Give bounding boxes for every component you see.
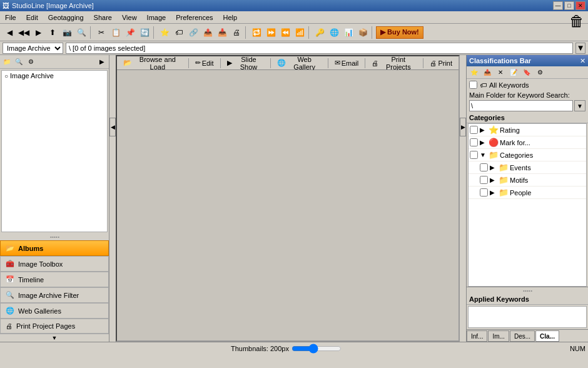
tb-btn-2[interactable]: ◀◀ xyxy=(17,26,31,39)
cat-expand-events[interactable]: ▶ xyxy=(490,164,497,171)
archive-selector[interactable]: Image Archive xyxy=(3,43,63,54)
tb-btn-3[interactable]: ▶ xyxy=(31,26,45,39)
menu-geotagging[interactable]: Geotagging xyxy=(43,13,89,23)
resize-handle[interactable]: • • • • • xyxy=(0,233,109,240)
title-bar-controls[interactable]: — □ ✕ xyxy=(553,1,585,10)
nav-filter-icon: 🔍 xyxy=(6,291,14,299)
cat-checkbox-mark[interactable] xyxy=(470,138,478,146)
thumbnail-size-slider[interactable] xyxy=(291,344,342,353)
folder-search-input[interactable] xyxy=(469,100,573,111)
nav-print-project-pages-button[interactable]: 🖨 Print Project Pages xyxy=(0,319,109,334)
right-collapse-arrow[interactable]: ▶ xyxy=(460,118,466,136)
menu-view[interactable]: View xyxy=(117,13,142,23)
nav-timeline-button[interactable]: 📅 Timeline xyxy=(0,272,109,287)
cat-expand-people[interactable]: ▶ xyxy=(490,189,497,196)
tb-btn-10[interactable]: 🔄 xyxy=(138,26,151,39)
cat-row-people[interactable]: ▶ 📁 People xyxy=(469,187,586,199)
tb-btn-16[interactable]: 🖨 xyxy=(230,26,243,39)
album-search-btn[interactable]: 🔍 xyxy=(13,56,24,68)
class-tb-btn-3[interactable]: ✕ xyxy=(494,67,507,78)
slideshow-button[interactable]: ▶ Slide Show xyxy=(223,58,268,69)
tb-btn-24[interactable]: 📦 xyxy=(356,26,370,39)
left-panel-scroll-down[interactable]: ▼ xyxy=(0,334,109,342)
path-input[interactable] xyxy=(66,43,573,54)
maximize-button[interactable]: □ xyxy=(564,1,574,10)
cat-row-categories[interactable]: ▼ 📁 Categories xyxy=(469,149,586,161)
cat-expand-rating[interactable]: ▶ xyxy=(480,126,487,133)
edit-button[interactable]: ✏ Edit xyxy=(191,58,218,69)
bottom-tab-desc[interactable]: Des... xyxy=(510,330,535,342)
tb-btn-8[interactable]: 📋 xyxy=(109,26,123,39)
cat-expand-motifs[interactable]: ▶ xyxy=(490,176,497,183)
tb-btn-6[interactable]: 🔍 xyxy=(74,26,88,39)
tb-btn-12[interactable]: 🏷 xyxy=(172,26,186,39)
email-button[interactable]: ✉ Email xyxy=(331,58,363,69)
email-label: Email xyxy=(342,59,359,67)
tb-btn-14[interactable]: 📤 xyxy=(201,26,215,39)
class-tb-btn-1[interactable]: ⭐ xyxy=(468,67,480,78)
path-dropdown-button[interactable]: ▼ xyxy=(575,43,585,54)
toolbar-sep-3 xyxy=(245,26,248,39)
album-new-btn[interactable]: 📁 xyxy=(1,56,13,68)
nav-image-archive-filter-button[interactable]: 🔍 Image Archive Filter xyxy=(0,287,109,303)
tb-btn-7[interactable]: ✂ xyxy=(94,26,108,39)
web-gallery-button[interactable]: 🌐 Web Gallery xyxy=(273,58,325,69)
tb-btn-4[interactable]: ⬆ xyxy=(46,26,59,39)
nav-web-galleries-button[interactable]: 🌐 Web Galleries xyxy=(0,303,109,319)
tb-btn-9[interactable]: 📌 xyxy=(123,26,137,39)
menu-share[interactable]: Share xyxy=(89,13,117,23)
all-keywords-checkbox[interactable] xyxy=(469,81,477,89)
cat-checkbox-rating[interactable] xyxy=(470,126,478,134)
cat-row-events[interactable]: ▶ 📁 Events xyxy=(469,161,586,174)
cat-checkbox-events[interactable] xyxy=(480,163,488,171)
tb-btn-15[interactable]: 📥 xyxy=(215,26,229,39)
album-expand-btn[interactable]: ▶ xyxy=(96,56,108,68)
browse-load-button[interactable]: 📂 Browse and Load xyxy=(119,58,186,69)
tb-btn-22[interactable]: 🌐 xyxy=(327,26,341,39)
cat-checkbox-categories[interactable] xyxy=(470,151,478,159)
nav-image-toolbox-button[interactable]: 🧰 Image Toolbox xyxy=(0,256,109,272)
tb-btn-20[interactable]: 📶 xyxy=(293,26,307,39)
class-bar-close-button[interactable]: ✕ xyxy=(580,57,585,65)
bottom-tab-info[interactable]: Inf... xyxy=(467,330,487,342)
tb-btn-13[interactable]: 🔗 xyxy=(186,26,200,39)
cat-expand-mark[interactable]: ▶ xyxy=(480,139,487,146)
class-tb-btn-2[interactable]: 📤 xyxy=(481,67,494,78)
menu-file[interactable]: File xyxy=(0,13,21,23)
tb-btn-1[interactable]: ◀ xyxy=(3,26,16,39)
class-tb-btn-6[interactable]: ⚙ xyxy=(534,67,546,78)
menu-preferences[interactable]: Preferences xyxy=(171,13,218,23)
minimize-button[interactable]: — xyxy=(553,1,563,10)
bottom-tab-image[interactable]: Im... xyxy=(488,330,509,342)
folder-input-dropdown[interactable]: ▼ xyxy=(574,100,585,111)
cat-row-rating[interactable]: ▶ ⭐ Rating xyxy=(469,124,586,136)
class-tb-btn-4[interactable]: 📝 xyxy=(507,67,520,78)
bottom-tab-class[interactable]: Cla... xyxy=(535,330,559,342)
print-projects-button[interactable]: 🖨 Print Projects xyxy=(368,58,420,69)
tb-btn-19[interactable]: ⏪ xyxy=(278,26,292,39)
left-collapse-arrow[interactable]: ◀ xyxy=(109,118,116,136)
tb-btn-5[interactable]: 📷 xyxy=(60,26,74,39)
cat-checkbox-people[interactable] xyxy=(480,188,488,197)
tb-btn-23[interactable]: 📊 xyxy=(342,26,355,39)
cat-row-motifs[interactable]: ▶ 📁 Motifs xyxy=(469,174,586,187)
tb-btn-11[interactable]: ⭐ xyxy=(158,26,171,39)
album-more-btn[interactable]: ⚙ xyxy=(25,56,36,68)
menu-image[interactable]: Image xyxy=(142,13,171,23)
menu-help[interactable]: Help xyxy=(218,13,243,23)
tb-btn-17[interactable]: 🔁 xyxy=(250,26,263,39)
menu-edit[interactable]: Edit xyxy=(21,13,43,23)
cat-expand-categories[interactable]: ▼ xyxy=(480,151,487,158)
album-tree-item-image-archive[interactable]: ○ Image Archive xyxy=(2,71,107,81)
buy-now-button[interactable]: ▶ Buy Now! xyxy=(376,26,423,39)
print-button[interactable]: 🖨 Print xyxy=(426,58,456,69)
close-button[interactable]: ✕ xyxy=(575,1,585,10)
nav-albums-button[interactable]: 📂 Albums xyxy=(0,240,109,256)
all-keywords-row[interactable]: 🏷 All Keywords xyxy=(467,79,588,91)
class-tb-btn-5[interactable]: 🔖 xyxy=(520,67,533,78)
tb-btn-18[interactable]: ⏩ xyxy=(264,26,278,39)
tb-btn-21[interactable]: 🔑 xyxy=(313,26,327,39)
cat-row-mark-for[interactable]: ▶ 🔴 Mark for... xyxy=(469,136,586,149)
applied-keywords-resize[interactable]: • • • • • xyxy=(467,287,588,294)
cat-checkbox-motifs[interactable] xyxy=(480,176,488,184)
